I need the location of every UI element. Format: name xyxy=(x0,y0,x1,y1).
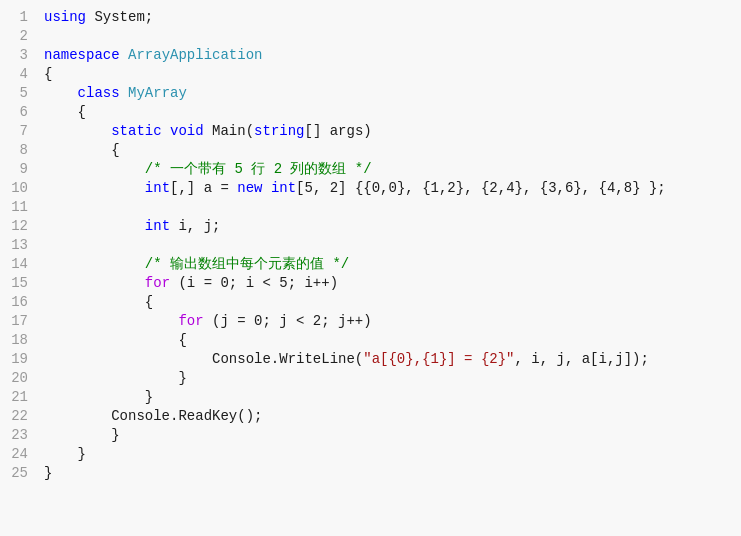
token-plain: (i = 0; i < 5; i++) xyxy=(170,275,338,291)
token-plain xyxy=(44,313,178,329)
token-plain xyxy=(44,123,111,139)
code-line: { xyxy=(44,103,733,122)
line-number: 22 xyxy=(8,407,28,426)
token-string: "a[{0},{1}] = {2}" xyxy=(363,351,514,367)
token-plain: } xyxy=(44,427,120,443)
code-line: for (j = 0; j < 2; j++) xyxy=(44,312,733,331)
code-line: int[,] a = new int[5, 2] {{0,0}, {1,2}, … xyxy=(44,179,733,198)
token-plain xyxy=(44,180,145,196)
line-number: 25 xyxy=(8,464,28,483)
token-kw: new xyxy=(237,180,262,196)
token-plain: [5, 2] {{0,0}, {1,2}, {2,4}, {3,6}, {4,8… xyxy=(296,180,666,196)
token-plain xyxy=(162,123,170,139)
token-kw: using xyxy=(44,9,86,25)
line-number: 19 xyxy=(8,350,28,369)
token-plain: Console.ReadKey(); xyxy=(44,408,262,424)
token-plain xyxy=(44,275,145,291)
line-number: 16 xyxy=(8,293,28,312)
code-line xyxy=(44,27,733,46)
code-line: for (i = 0; i < 5; i++) xyxy=(44,274,733,293)
token-kw: namespace xyxy=(44,47,120,63)
code-line: } xyxy=(44,369,733,388)
line-number: 17 xyxy=(8,312,28,331)
code-line xyxy=(44,198,733,217)
token-kw: void xyxy=(170,123,204,139)
line-number: 8 xyxy=(8,141,28,160)
line-number: 10 xyxy=(8,179,28,198)
code-line: Console.WriteLine("a[{0},{1}] = {2}", i,… xyxy=(44,350,733,369)
code-line: { xyxy=(44,141,733,160)
token-plain xyxy=(44,218,145,234)
token-plain: [,] a = xyxy=(170,180,237,196)
code-line: } xyxy=(44,388,733,407)
code-line: class MyArray xyxy=(44,84,733,103)
code-line: namespace ArrayApplication xyxy=(44,46,733,65)
code-line: Console.ReadKey(); xyxy=(44,407,733,426)
line-number: 24 xyxy=(8,445,28,464)
token-cls: MyArray xyxy=(128,85,187,101)
token-plain: { xyxy=(44,294,153,310)
token-kw: int xyxy=(145,180,170,196)
token-ns: ArrayApplication xyxy=(128,47,262,63)
token-plain xyxy=(44,85,78,101)
token-plain: Main( xyxy=(204,123,254,139)
line-number: 9 xyxy=(8,160,28,179)
line-number: 5 xyxy=(8,84,28,103)
token-kw: string xyxy=(254,123,304,139)
line-number: 15 xyxy=(8,274,28,293)
token-plain xyxy=(120,47,128,63)
token-plain: , i, j, a[i,j]); xyxy=(515,351,649,367)
line-number: 6 xyxy=(8,103,28,122)
token-plain: { xyxy=(44,66,52,82)
line-number: 18 xyxy=(8,331,28,350)
line-number: 23 xyxy=(8,426,28,445)
token-plain: i, j; xyxy=(170,218,220,234)
token-plain: } xyxy=(44,370,187,386)
code-editor: 1234567891011121314151617181920212223242… xyxy=(0,0,741,536)
line-number: 20 xyxy=(8,369,28,388)
token-comment: /* 输出数组中每个元素的值 */ xyxy=(145,256,349,272)
token-plain xyxy=(44,256,145,272)
token-plain: [] args) xyxy=(305,123,372,139)
token-plain: } xyxy=(44,446,86,462)
token-kw: int xyxy=(145,218,170,234)
line-numbers: 1234567891011121314151617181920212223242… xyxy=(0,8,36,528)
line-number: 21 xyxy=(8,388,28,407)
token-plain: Console.WriteLine( xyxy=(44,351,363,367)
token-kw: int xyxy=(271,180,296,196)
code-line: { xyxy=(44,293,733,312)
code-line: static void Main(string[] args) xyxy=(44,122,733,141)
token-comment: /* 一个带有 5 行 2 列的数组 */ xyxy=(145,161,372,177)
code-line: /* 一个带有 5 行 2 列的数组 */ xyxy=(44,160,733,179)
token-plain: { xyxy=(44,332,187,348)
code-line: } xyxy=(44,464,733,483)
token-kw: class xyxy=(78,85,120,101)
token-plain: System; xyxy=(86,9,153,25)
token-plain: { xyxy=(44,104,86,120)
line-number: 11 xyxy=(8,198,28,217)
line-number: 14 xyxy=(8,255,28,274)
line-number: 4 xyxy=(8,65,28,84)
code-line: using System; xyxy=(44,8,733,27)
line-number: 2 xyxy=(8,27,28,46)
code-line: { xyxy=(44,331,733,350)
line-number: 12 xyxy=(8,217,28,236)
line-number: 1 xyxy=(8,8,28,27)
token-plain xyxy=(120,85,128,101)
code-content: using System; namespace ArrayApplication… xyxy=(36,8,741,528)
token-kw: static xyxy=(111,123,161,139)
code-line: int i, j; xyxy=(44,217,733,236)
code-line xyxy=(44,236,733,255)
token-plain xyxy=(262,180,270,196)
token-ctrl: for xyxy=(178,313,203,329)
token-ctrl: for xyxy=(145,275,170,291)
code-line: /* 输出数组中每个元素的值 */ xyxy=(44,255,733,274)
line-number: 7 xyxy=(8,122,28,141)
line-number: 13 xyxy=(8,236,28,255)
code-line: } xyxy=(44,426,733,445)
token-plain: } xyxy=(44,389,153,405)
token-plain: { xyxy=(44,142,120,158)
line-number: 3 xyxy=(8,46,28,65)
code-line: } xyxy=(44,445,733,464)
token-plain: } xyxy=(44,465,52,481)
